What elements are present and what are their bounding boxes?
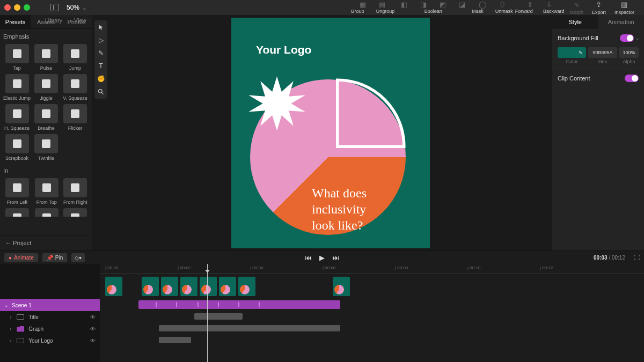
layer-row[interactable]: ›Title👁 <box>0 311 100 323</box>
tab-presets[interactable]: Presets <box>0 15 31 28</box>
zoom-dropdown[interactable]: 50% ⌵ <box>67 4 86 11</box>
zoom-tool[interactable] <box>97 88 105 95</box>
preset-thumb <box>35 208 58 217</box>
timeline-thumbnail[interactable] <box>333 277 350 296</box>
in-preset[interactable]: From Left <box>3 178 31 205</box>
timeline-thumbnail[interactable] <box>200 277 217 296</box>
in-preset[interactable]: Fade In <box>33 208 60 217</box>
bg-fill-toggle[interactable] <box>620 34 634 42</box>
export-icon[interactable]: ⇪ <box>595 0 603 9</box>
forward-icon[interactable]: ⇧ <box>526 0 535 9</box>
in-preset[interactable]: From Right <box>62 178 89 205</box>
hex-input[interactable]: #0B695A <box>588 47 617 58</box>
emphasis-preset[interactable]: Elastic Jump <box>3 74 31 101</box>
minimize-window[interactable] <box>14 4 20 11</box>
union-icon[interactable]: ◧ <box>400 0 408 9</box>
scene-track[interactable] <box>138 300 340 309</box>
timeline-thumbnail[interactable] <box>161 277 178 296</box>
timeline-thumbnail[interactable] <box>105 277 122 296</box>
emphasis-preset[interactable]: Jiggle <box>33 74 60 101</box>
clip-content-toggle[interactable] <box>625 75 639 82</box>
chevron-right-icon: › <box>10 314 11 320</box>
backward-icon[interactable]: ⇩ <box>545 0 554 9</box>
preset-thumb <box>5 178 29 197</box>
ungroup-icon[interactable]: ▤ <box>378 0 386 9</box>
preset-thumb <box>5 104 29 123</box>
preset-thumb <box>5 44 29 63</box>
emphasis-preset[interactable]: Breathe <box>33 104 60 131</box>
intersect-icon[interactable]: ◩ <box>438 0 447 9</box>
visibility-icon[interactable]: 👁 <box>90 338 96 344</box>
hex-sublabel: Hex <box>588 59 617 64</box>
close-window[interactable] <box>4 4 11 11</box>
svg-marker-2 <box>248 76 305 130</box>
sidebar-toggle-icon[interactable] <box>50 4 59 11</box>
hand-tool[interactable]: ✊ <box>97 75 105 83</box>
eyedropper-icon[interactable]: ✎ <box>579 50 584 55</box>
emphasis-preset[interactable]: V. Squeeze <box>62 74 89 101</box>
morph-icon[interactable]: ∿ <box>572 0 581 9</box>
layer-row[interactable]: ›Your Logo👁 <box>0 335 100 346</box>
emphasis-preset[interactable]: Tap <box>3 44 31 71</box>
tab-animation[interactable]: Animation <box>598 15 645 29</box>
bg-fill-label: Background Fill <box>558 35 598 41</box>
text-tool[interactable]: T <box>97 62 105 70</box>
tab-style[interactable]: Style <box>552 15 598 29</box>
menu-library[interactable]: Library <box>45 17 62 24</box>
animate-button[interactable]: ● Animate <box>4 253 38 262</box>
color-swatch[interactable]: ✎ <box>558 47 586 58</box>
inspector-panel: Style Animation Background Fill ⌵ ✎ #0B6… <box>552 15 644 250</box>
emphasis-preset[interactable]: Pulse <box>33 44 60 71</box>
canvas-area[interactable]: Your Logo What doesinclusivitylook like? <box>109 15 552 250</box>
playhead[interactable] <box>207 264 208 362</box>
play-button[interactable]: ▶ <box>319 254 325 262</box>
in-preset[interactable]: Spin In <box>62 208 89 217</box>
emphasis-preset[interactable]: Twinkle <box>33 134 60 161</box>
alpha-sublabel: Alpha <box>619 59 639 64</box>
back-to-project[interactable]: ← Project <box>0 235 92 250</box>
mask-icon[interactable]: ◯ <box>479 0 487 9</box>
layer-track[interactable] <box>194 313 243 320</box>
artboard[interactable]: Your Logo What doesinclusivitylook like? <box>231 18 430 248</box>
inspector-icon[interactable]: ▥ <box>620 0 628 9</box>
layer-track[interactable] <box>159 325 340 331</box>
chevron-down-icon[interactable]: ⌵ <box>636 35 639 41</box>
expand-timeline-icon[interactable]: ⛶ <box>634 254 640 261</box>
pin-button[interactable]: 📌 Pin <box>42 253 67 262</box>
in-preset[interactable]: From Bottom <box>3 208 31 217</box>
difference-icon[interactable]: ◪ <box>458 0 466 9</box>
skip-forward-button[interactable]: ⏭ <box>332 254 339 262</box>
timeline-tracks[interactable]: | 00:00| 00:02| 00:04| 00:06| 00:08| 00:… <box>100 264 644 362</box>
skip-back-button[interactable]: ⏮ <box>305 254 312 262</box>
ruler[interactable]: | 00:00| 00:02| 00:04| 00:06| 00:08| 00:… <box>100 264 644 274</box>
emphasis-preset[interactable]: H. Squeeze <box>3 104 31 131</box>
preset-label: Jump <box>69 65 81 71</box>
select-tool[interactable] <box>97 24 105 31</box>
layer-row[interactable]: ›Graph👁 <box>0 323 100 335</box>
subtract-icon[interactable]: ◨ <box>419 0 428 9</box>
visibility-icon[interactable]: 👁 <box>90 326 96 332</box>
direct-select-tool[interactable]: ▷ <box>97 36 105 44</box>
preset-label: H. Squeeze <box>4 125 30 131</box>
menu-view[interactable]: View <box>74 17 86 24</box>
timeline-thumbnail[interactable] <box>219 277 236 296</box>
layer-track[interactable] <box>159 337 191 343</box>
emphasis-preset[interactable]: Scrapbook <box>3 134 31 161</box>
zoom-window[interactable] <box>24 4 30 11</box>
timeline-thumbnail[interactable] <box>142 277 159 296</box>
keyframe-options[interactable]: ◇▾ <box>71 253 85 262</box>
pen-tool[interactable]: ✎ <box>97 49 105 57</box>
ruler-tick: | 00:08 <box>395 265 408 270</box>
alpha-input[interactable]: 100% <box>619 47 639 58</box>
group-icon[interactable]: ▦ <box>358 0 367 9</box>
timeline-thumbnail[interactable] <box>238 277 255 296</box>
emphasis-preset[interactable]: Flicker <box>62 104 89 131</box>
unmask-icon[interactable]: ⬯ <box>498 0 507 9</box>
preset-thumb <box>63 74 87 93</box>
timeline-thumbnail[interactable] <box>180 277 197 296</box>
emphasis-preset[interactable]: Jump <box>62 44 89 71</box>
scene-row[interactable]: ⌄ Scene 1 <box>0 299 100 311</box>
in-preset[interactable]: From Top <box>33 178 60 205</box>
backward-label: Backward <box>543 9 565 15</box>
visibility-icon[interactable]: 👁 <box>90 314 96 320</box>
